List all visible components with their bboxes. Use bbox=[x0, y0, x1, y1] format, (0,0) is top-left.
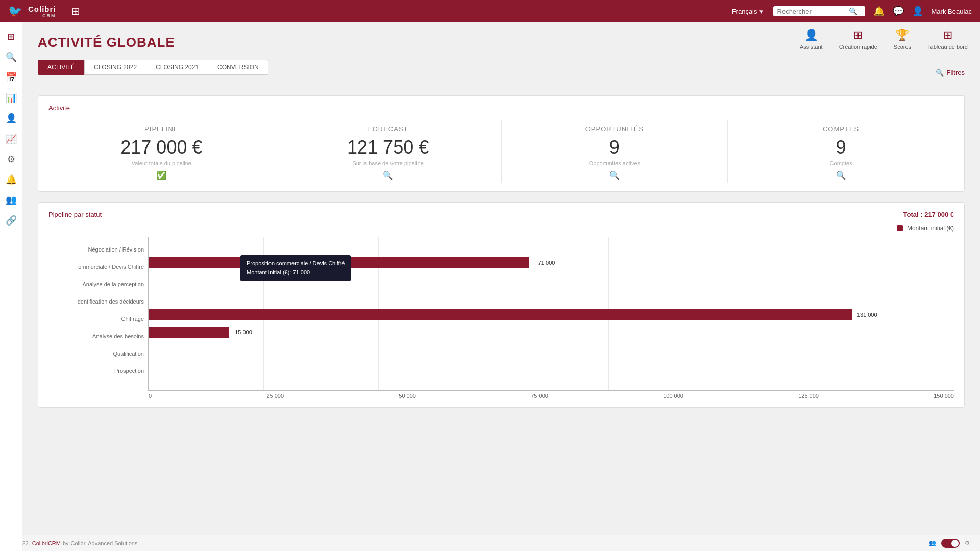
language-selector[interactable]: Français ▾ bbox=[732, 8, 763, 15]
y-label-prospection: Prospection bbox=[48, 362, 144, 380]
y-label-negociation: Négociation / Révision bbox=[48, 241, 144, 258]
creation-rapide-button[interactable]: ⊞ Création rapide bbox=[839, 29, 877, 50]
main-content: 👤 Assistant ⊞ Création rapide 🏆 Scores ⊞… bbox=[22, 22, 980, 535]
forecast-icon[interactable]: 🔍 bbox=[383, 170, 393, 180]
bar-commerciale-label: 71 000 bbox=[538, 260, 555, 266]
pipeline-sub: Valeur totale du pipeline bbox=[132, 160, 191, 166]
toggle-knob bbox=[951, 540, 959, 547]
filter-label: Filtres bbox=[947, 69, 965, 77]
tab-conversion[interactable]: CONVERSION bbox=[208, 60, 268, 75]
creation-label: Création rapide bbox=[839, 44, 877, 50]
tooltip-sub: Montant initial (€): 71 000 bbox=[247, 268, 345, 278]
y-label-qualification: Qualification bbox=[48, 345, 144, 362]
search-box[interactable]: 🔍 bbox=[773, 6, 865, 16]
footer-copyright: © 2022. ColibriCRM by Colibri Advanced S… bbox=[10, 540, 137, 546]
pipeline-icon[interactable]: ✅ bbox=[156, 170, 166, 180]
language-label: Français bbox=[732, 8, 757, 15]
sidebar-item-reports[interactable]: 📈 bbox=[2, 130, 20, 148]
comptes-icon[interactable]: 🔍 bbox=[836, 170, 846, 180]
x-tick-125000: 125 000 bbox=[798, 393, 819, 399]
bar-chiffrage-label: 131 000 bbox=[857, 312, 877, 318]
sidebar-item-home[interactable]: ⊞ bbox=[2, 28, 20, 46]
bell-icon[interactable]: 🔔 bbox=[873, 6, 885, 17]
y-label-analyse-besoins: Analyse des besoins bbox=[48, 328, 144, 345]
user-name[interactable]: Mark Beaulac bbox=[932, 8, 972, 15]
bar-commerciale-tooltip: Proposition commerciale / Devis Chiffré … bbox=[240, 255, 351, 281]
pipeline-label: PIPELINE bbox=[144, 125, 179, 133]
sidebar-item-network[interactable]: 🔗 bbox=[2, 211, 20, 230]
chart-header: Pipeline par statut Total : 217 000 € bbox=[48, 211, 954, 218]
scores-label: Scores bbox=[894, 44, 911, 50]
x-tick-150000: 150 000 bbox=[934, 393, 954, 399]
metric-comptes: COMPTES 9 Comptes 🔍 bbox=[728, 120, 954, 183]
sidebar: ⊞ 🔍 📅 📊 👤 📈 ⚙ 🔔 👥 🔗 bbox=[0, 22, 22, 551]
bar-besoins-label: 15 000 bbox=[235, 329, 252, 335]
bar-analyse-besoins[interactable]: 15 000 bbox=[149, 323, 954, 341]
top-actions: 👤 Assistant ⊞ Création rapide 🏆 Scores ⊞… bbox=[800, 29, 968, 50]
settings-icon[interactable]: ⚙ bbox=[965, 540, 970, 546]
logo-text: Colibri bbox=[28, 5, 56, 13]
search-input[interactable] bbox=[777, 8, 849, 15]
y-label-commerciale: ommerciale / Devis Chiffré bbox=[48, 258, 144, 276]
activity-section: Activité PIPELINE 217 000 € Valeur total… bbox=[38, 95, 965, 192]
toggle-switch[interactable] bbox=[941, 539, 960, 548]
opportunites-label: OPPORTUNITÉS bbox=[585, 125, 644, 133]
chart-total: Total : 217 000 € bbox=[903, 211, 954, 218]
bar-negociation bbox=[149, 237, 954, 254]
sidebar-item-calendar[interactable]: 📅 bbox=[2, 68, 20, 87]
tableau-label: Tableau de bord bbox=[927, 44, 968, 50]
comptes-value: 9 bbox=[836, 137, 846, 158]
comptes-label: COMPTES bbox=[823, 125, 859, 133]
logo-crm: CRM bbox=[28, 13, 56, 18]
chat-icon[interactable]: 💬 bbox=[893, 6, 904, 17]
tab-closing2021[interactable]: CLOSING 2021 bbox=[146, 60, 208, 75]
sidebar-item-contacts[interactable]: 👤 bbox=[2, 109, 20, 128]
assistant-icon: 👤 bbox=[804, 29, 818, 42]
tableau-de-bord-button[interactable]: ⊞ Tableau de bord bbox=[927, 29, 968, 50]
logo[interactable]: 🐦 Colibri CRM bbox=[8, 5, 56, 18]
footer-by: by bbox=[63, 540, 69, 546]
sidebar-item-search[interactable]: 🔍 bbox=[2, 48, 20, 66]
logo-bird-icon: 🐦 bbox=[8, 5, 22, 18]
bar-chiffrage[interactable]: 131 000 bbox=[149, 306, 954, 323]
tab-activite[interactable]: ACTIVITÉ bbox=[38, 60, 84, 75]
users-icon: 👥 bbox=[929, 540, 936, 546]
y-label-chiffrage: Chiffrage bbox=[48, 310, 144, 328]
legend-label: Montant initial (€) bbox=[907, 224, 954, 232]
sidebar-item-leads[interactable]: 📊 bbox=[2, 89, 20, 107]
legend-dot bbox=[897, 225, 903, 231]
pipeline-chart-section: Pipeline par statut Total : 217 000 € Mo… bbox=[38, 202, 965, 408]
tab-closing2022[interactable]: CLOSING 2022 bbox=[84, 60, 146, 75]
y-label-dash: - bbox=[48, 380, 144, 391]
sidebar-item-teams[interactable]: 👥 bbox=[2, 191, 20, 209]
forecast-value: 121 750 € bbox=[347, 137, 429, 158]
x-tick-50000: 50 000 bbox=[399, 393, 416, 399]
comptes-sub: Comptes bbox=[830, 160, 852, 166]
bar-dash bbox=[149, 375, 954, 387]
sidebar-item-settings[interactable]: ⚙ bbox=[2, 150, 20, 168]
bar-commerciale[interactable]: 71 000 Proposition commerciale / Devis C… bbox=[149, 254, 954, 271]
scores-button[interactable]: 🏆 Scores bbox=[894, 29, 911, 50]
grid-icon[interactable]: ⊞ bbox=[66, 3, 85, 19]
opportunites-icon[interactable]: 🔍 bbox=[609, 170, 620, 180]
search-icon[interactable]: 🔍 bbox=[849, 7, 857, 15]
chevron-down-icon: ▾ bbox=[760, 8, 763, 15]
tooltip-title: Proposition commerciale / Devis Chiffré bbox=[247, 259, 345, 268]
chart-legend: Montant initial (€) bbox=[48, 224, 954, 232]
assistant-button[interactable]: 👤 Assistant bbox=[800, 29, 823, 50]
bar-prospection bbox=[149, 358, 954, 375]
user-icon[interactable]: 👤 bbox=[912, 6, 923, 17]
metrics-row: PIPELINE 217 000 € Valeur totale du pipe… bbox=[48, 120, 954, 183]
bar-identification bbox=[149, 289, 954, 306]
filter-button[interactable]: 🔍 Filtres bbox=[936, 69, 965, 77]
forecast-sub: Sur la base de votre pipeline bbox=[352, 160, 423, 166]
y-label-analyse-perception: Analyse de la perception bbox=[48, 276, 144, 293]
metric-forecast: FORECAST 121 750 € Sur la base de votre … bbox=[275, 120, 502, 183]
activity-section-title: Activité bbox=[48, 104, 954, 112]
tabs: ACTIVITÉ CLOSING 2022 CLOSING 2021 CONVE… bbox=[38, 60, 268, 75]
footer-right: 👥 ⚙ bbox=[929, 539, 970, 548]
chart-title: Pipeline par statut bbox=[48, 211, 102, 218]
sidebar-item-alerts[interactable]: 🔔 bbox=[2, 170, 20, 189]
x-tick-0: 0 bbox=[149, 393, 152, 399]
y-label-identification: dentification des décideurs bbox=[48, 293, 144, 310]
